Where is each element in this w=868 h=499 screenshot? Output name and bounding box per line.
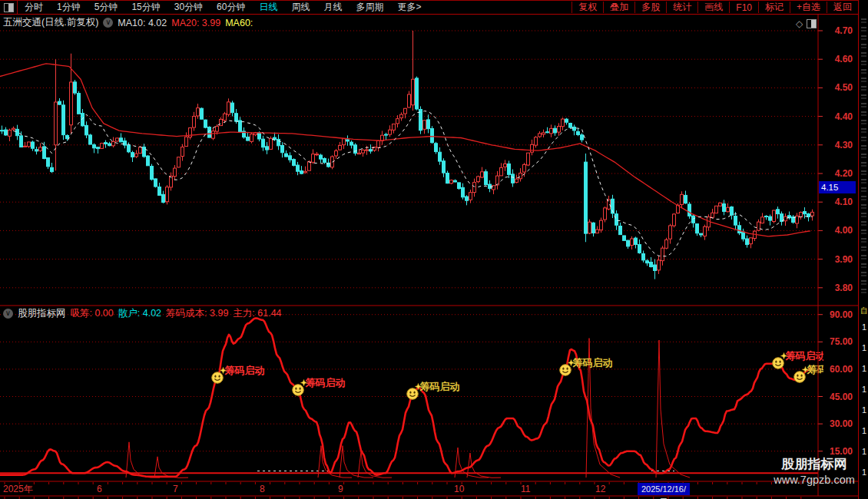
- price-axis-label: 4.10: [835, 197, 853, 207]
- price-axis-label: 4.20: [835, 168, 853, 179]
- ma10-label: MA10: 4.02: [118, 18, 167, 28]
- month-label: 11: [521, 484, 531, 494]
- chouma-cost-value: 筹码成本: 3.99: [166, 307, 228, 320]
- signal-label: 筹码启动: [224, 365, 265, 376]
- indicator-axis-label: 90.00: [830, 309, 853, 320]
- price-axis-label: 3.90: [835, 254, 853, 265]
- ma20-label: MA20: 3.99: [171, 18, 220, 28]
- signal-label: 筹码启动: [572, 357, 613, 368]
- stock-title: 五洲交通(日线.前复权): [3, 16, 98, 29]
- price-axis-label: 4.50: [835, 82, 853, 93]
- signal-label: 筹码启动: [305, 377, 346, 388]
- indicator-axis-label: 45.00: [830, 392, 853, 402]
- trading-app-window: { "toolbar": { "left_items": [ {"label":…: [0, 0, 868, 499]
- xichou-value: 吸筹: 0.00: [71, 307, 114, 320]
- signal-marker: 筹码启动: [293, 377, 346, 395]
- indicator-axis-label: 75.00: [830, 336, 853, 347]
- split-pane-icon[interactable]: [807, 19, 817, 28]
- smiley-face-icon: [407, 388, 419, 400]
- signal-markers: 筹码启动筹码启动筹码启动筹码启动筹码启动筹码启动: [212, 350, 847, 399]
- chevron-down-icon[interactable]: ∨: [3, 309, 13, 319]
- current-price-badge: 4.15: [819, 181, 856, 193]
- right-panel-handle[interactable]: 自 11111111: [858, 0, 868, 499]
- candles-layer: [1, 31, 814, 279]
- signal-label: 筹码启动: [785, 350, 826, 362]
- sanhu-value: 散户: 4.02: [118, 307, 161, 320]
- right-panel-pattern: [861, 18, 866, 296]
- price-axis-label: 3.80: [835, 283, 853, 293]
- indicator-axis-label: 60.00: [830, 364, 853, 375]
- ma60-label: MA60:: [225, 18, 253, 28]
- month-label: 8: [260, 484, 265, 494]
- smiley-face-icon: [773, 358, 784, 369]
- price-axis-label: 4.70: [835, 25, 853, 36]
- smiley-face-icon: [794, 372, 806, 383]
- chart-canvas: 4.704.604.504.404.304.204.104.003.903.80…: [0, 0, 868, 499]
- zhuli-value: 主力: 61.44: [233, 307, 281, 320]
- month-label: 7: [173, 484, 178, 494]
- indicator-axis-label: 15.00: [830, 446, 853, 457]
- site-watermark: 股朋指标网 www.7gpzb.com: [764, 456, 865, 487]
- indicator-source: 股朋指标网: [18, 307, 66, 320]
- month-label: 10: [454, 484, 465, 494]
- right-panel-values: 11111111: [862, 317, 866, 483]
- smiley-face-icon: [560, 365, 571, 376]
- month-label: 9: [338, 484, 343, 494]
- price-axis-label: 4.60: [835, 54, 853, 64]
- month-label: 6: [97, 484, 102, 494]
- signal-label: 筹码启动: [419, 381, 460, 392]
- indicator-axis-label: 30.00: [830, 418, 853, 429]
- price-axis-label: 4.40: [835, 111, 853, 122]
- smiley-face-icon: [293, 385, 304, 396]
- price-gridlines: [0, 31, 818, 288]
- main-chart-header: 五洲交通(日线.前复权) ∨ MA10: 4.02 MA20: 3.99 MA6…: [3, 16, 253, 29]
- current-date-badge: 2025/12/16/二: [638, 483, 690, 495]
- diamond-icon[interactable]: ◇: [796, 19, 803, 28]
- watermark-name: 股朋指标网: [764, 456, 865, 472]
- right-panel-label: 自: [860, 306, 868, 316]
- month-label: 12: [595, 484, 606, 494]
- chevron-down-icon[interactable]: ∨: [103, 18, 113, 28]
- chart-window-controls: ◇: [796, 19, 817, 28]
- watermark-url: www.7gpzb.com: [764, 472, 865, 487]
- smiley-face-icon: [212, 372, 224, 384]
- price-axis-label: 4.00: [835, 225, 853, 236]
- indicator-header: ∨ 股朋指标网 吸筹: 0.00 散户: 4.02 筹码成本: 3.99 主力:…: [3, 307, 282, 320]
- price-axis-label: 4.30: [835, 140, 853, 150]
- year-label: 2025年: [3, 484, 33, 494]
